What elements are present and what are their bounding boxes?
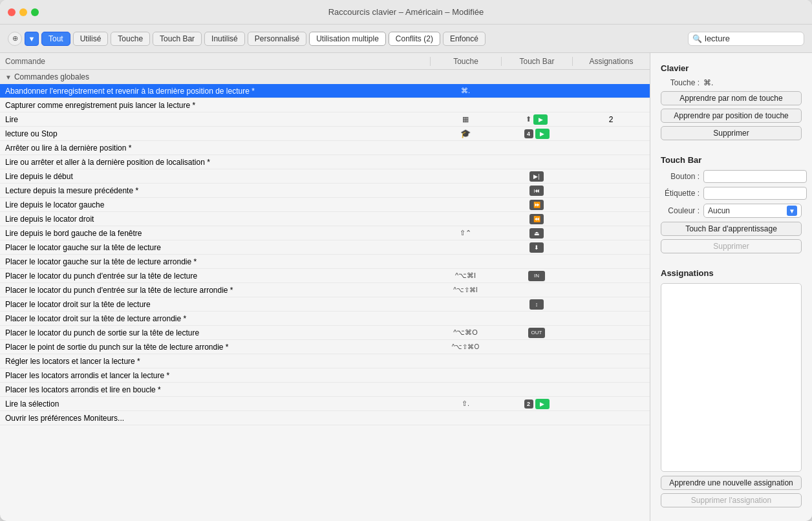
cell-touchbar [501,374,572,377]
minimize-button[interactable] [19,8,27,16]
clavier-section: Clavier Touche : ⌘. Apprendre par nom de… [661,63,802,144]
cell-touchbar: IN [501,270,572,282]
filter-conflits[interactable]: Conflits (2) [389,32,440,46]
cell-key [430,189,501,192]
touchbar-badge: ⏪ [529,214,544,224]
table-row[interactable]: Placer le locator droit sur la tête de l… [0,312,650,326]
cell-command: Placer le point de sortie du punch sur l… [0,341,430,353]
filter-touche[interactable]: Touche [111,32,150,46]
touchbar-num: 4 [524,129,533,138]
cell-key [430,374,501,377]
cell-key: ▦ [430,113,501,125]
table-row[interactable]: Capturer comme enregistrement puis lance… [0,98,650,112]
table-row[interactable]: lecture ou Stop 🎓 4 ▶ [0,127,650,141]
filter-touchbar[interactable]: Touch Bar [153,32,202,46]
cell-touchbar [501,317,572,320]
close-button[interactable] [8,8,16,16]
table-row[interactable]: Lecture depuis la mesure précédente * ⏮ [0,184,650,198]
table-row[interactable]: Ouvrir les préférences Moniteurs... [0,411,650,425]
cell-assignations [572,104,650,107]
cell-key: ⇧⌃ [430,227,501,239]
touchbar-supprimer-button[interactable]: Supprimer [661,239,802,253]
cell-key [430,417,501,420]
touchbar-num: 2 [524,399,533,409]
table-row[interactable]: Lire ou arrêter et aller à la dernière p… [0,155,650,169]
filter-tout[interactable]: Tout [41,32,70,46]
table-row[interactable]: Placer les locators arrondis et lire en … [0,383,650,397]
cell-touchbar [501,90,572,92]
table-body[interactable]: ▼ Commandes globales Abandonner l'enregi… [0,70,650,521]
bouton-row: Bouton : [661,170,802,183]
cell-assignations [572,218,650,220]
key-badge: ^⌥⇧⌘I [451,286,480,294]
table-row[interactable]: Placer le locator gauche sur la tête de … [0,255,650,269]
table-header: Commande Touche Touch Bar Assignations [0,53,650,70]
search-input[interactable] [705,34,812,43]
filter-utilise[interactable]: Utilisé [73,32,109,46]
table-row[interactable]: Lire depuis le bord gauche de la fenêtre… [0,226,650,240]
apprendre-pos-button[interactable]: Apprendre par position de touche [661,109,802,123]
table-row[interactable]: Placer le locator du punch d'entrée sur … [0,269,650,283]
cell-command: lecture ou Stop [0,128,430,140]
table-row[interactable]: Lire depuis le locator gauche ⏩ [0,198,650,212]
assignations-section: Assignations Apprendre une nouvelle assi… [661,268,802,511]
cell-assignations: 2 [572,114,650,125]
filter-enfonce[interactable]: Enfoncé [443,32,486,46]
assignation-area[interactable] [661,283,802,472]
cell-command: Capturer comme enregistrement puis lance… [0,100,430,111]
touchbar-badge: ⏏ [529,228,544,239]
back-icon[interactable]: ⊕ [8,32,22,46]
table-row[interactable]: Abandonner l'enregistrement et revenir à… [0,84,650,98]
cell-key: ^⌥⇧⌘O [430,341,501,352]
table-row[interactable]: Placer le locator gauche sur la tête de … [0,240,650,255]
filter-personnalise[interactable]: Personnalisé [248,32,306,46]
filter-inutilise[interactable]: Inutilisé [204,32,245,46]
etiquette-input[interactable] [703,187,807,200]
table-row[interactable]: Placer le point de sortie du punch sur l… [0,340,650,354]
section-toggle-icon[interactable]: ▼ [5,74,12,81]
play-icon: ▶ [535,399,550,409]
maximize-button[interactable] [31,8,39,16]
supprimer-clavier-button[interactable]: Supprimer [661,126,802,140]
key-badge: ⇧⌃ [457,228,474,238]
section-label: Commandes globales [14,72,89,81]
table-row[interactable]: Lire ▦ ⬆ ▶ 2 [0,112,650,127]
filter-multiple[interactable]: Utilisation multiple [309,32,386,46]
bouton-input[interactable] [703,170,807,183]
table-row[interactable]: Arrêter ou lire à la dernière position * [0,141,650,155]
table-row[interactable]: Placer le locator droit sur la tête de l… [0,297,650,312]
couleur-select[interactable]: Aucun ▼ [703,204,802,218]
cell-assignations [572,332,650,334]
cell-key [430,161,501,164]
cell-touchbar: 2 ▶ [501,398,572,410]
supprimer-assignation-button[interactable]: Supprimer l'assignation [661,493,802,507]
touchbar-badge: ▶| [529,171,544,182]
apprendre-assignation-button[interactable]: Apprendre une nouvelle assignation [661,476,802,490]
col-touche: Touche [430,57,501,66]
cell-assignations [572,374,650,377]
cell-key: ⌘. [430,85,501,97]
table-row[interactable]: Régler les locators et lancer la lecture… [0,354,650,368]
filter-icon[interactable]: ▼ [25,32,39,46]
cell-command: Lire [0,114,430,125]
cell-touchbar [501,289,572,292]
table-row[interactable]: Placer le locator du punch d'entrée sur … [0,283,650,297]
table-row[interactable]: Placer le locator du punch de sortie sur… [0,326,650,340]
cell-touchbar: OUT [501,326,572,339]
touche-row: Touche : ⌘. [661,78,802,87]
cell-command: Arrêter ou lire à la dernière position * [0,142,430,154]
apprendre-nom-button[interactable]: Apprendre par nom de touche [661,91,802,105]
cell-touchbar [501,388,572,391]
table-row[interactable]: Lire depuis le début ▶| [0,169,650,184]
key-badge: ^⌥⌘O [451,328,480,337]
table-row[interactable]: Placer les locators arrondis et lancer l… [0,368,650,383]
touchbar-apprentissage-button[interactable]: Touch Bar d'apprentissage [661,222,802,236]
key-badge: ⌘. [458,86,473,96]
table-row[interactable]: Lire depuis le locator droit ⏪ [0,212,650,226]
table-row[interactable]: Lire la sélection ⇧. 2 ▶ [0,397,650,411]
cell-assignations [572,147,650,149]
cell-assignations [572,289,650,292]
cell-key [430,260,501,263]
cell-command: Placer le locator droit sur la tête de l… [0,299,430,310]
couleur-value: Aucun [708,206,730,215]
